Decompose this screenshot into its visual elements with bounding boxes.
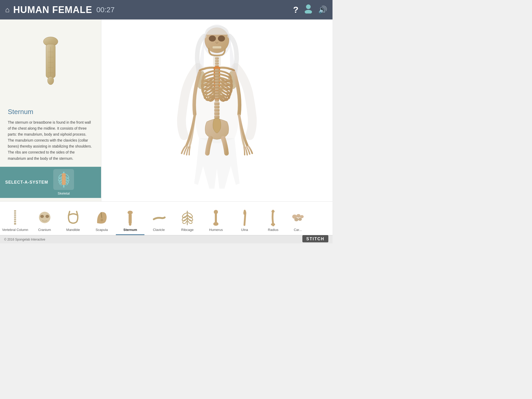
bone-info: Sternum The sternum or breastbone is fou… xyxy=(0,103,101,167)
select-system-bar: SELECT-A-SYSTEM xyxy=(0,167,101,198)
svg-rect-27 xyxy=(215,71,219,74)
svg-rect-43 xyxy=(14,210,16,212)
svg-rect-45 xyxy=(14,214,16,216)
svg-rect-59 xyxy=(215,213,217,223)
svg-rect-40 xyxy=(214,109,219,112)
bone-thumb-cranium xyxy=(37,209,52,226)
bone-item-carpals[interactable]: Car... xyxy=(287,202,308,235)
svg-rect-35 xyxy=(215,94,219,96)
svg-rect-19 xyxy=(215,57,219,59)
svg-rect-30 xyxy=(215,80,219,82)
svg-point-17 xyxy=(218,35,225,41)
bone-thumb-radius xyxy=(265,209,281,226)
select-system-label: SELECT-A-SYSTEM xyxy=(5,180,48,185)
bone-thumb-sternum xyxy=(122,209,138,226)
bone-thumb-carpals xyxy=(290,209,305,226)
bone-label-scapula: Scapula xyxy=(96,228,108,232)
svg-point-51 xyxy=(40,215,44,218)
svg-text:STITCH: STITCH xyxy=(306,237,324,241)
svg-rect-28 xyxy=(215,74,219,77)
svg-rect-32 xyxy=(215,85,219,88)
bone-item-ulna[interactable]: Ulna xyxy=(230,202,259,235)
svg-rect-42 xyxy=(214,115,219,118)
svg-rect-26 xyxy=(215,69,219,71)
bone-label-mandible: Mandible xyxy=(66,228,80,232)
user-icon[interactable] xyxy=(304,4,312,16)
svg-rect-49 xyxy=(14,223,16,225)
bone-label-radius: Radius xyxy=(268,228,278,232)
bone-label-carpals: Car... xyxy=(294,228,302,232)
svg-rect-46 xyxy=(14,216,16,218)
skeletal-system-item[interactable]: Skeletal xyxy=(53,169,74,195)
bone-item-scapula[interactable]: Scapula xyxy=(87,202,116,235)
bone-item-mandible[interactable]: Mandible xyxy=(59,202,87,235)
svg-point-0 xyxy=(306,4,311,9)
svg-rect-12 xyxy=(62,173,66,185)
ribcage-mini-svg xyxy=(57,171,71,188)
svg-point-4 xyxy=(48,76,54,85)
bone-item-radius[interactable]: Radius xyxy=(259,202,287,235)
svg-rect-36 xyxy=(215,97,219,99)
bone-item-cranium[interactable]: Cranium xyxy=(30,202,59,235)
bone-label-sternum: Sternum xyxy=(123,228,137,232)
svg-rect-41 xyxy=(214,112,219,115)
bone-thumb-humerus xyxy=(208,209,224,226)
bone-item-sternum[interactable]: Sternum xyxy=(116,202,144,235)
svg-rect-39 xyxy=(214,106,219,109)
bone-label-cranium: Cranium xyxy=(38,228,51,232)
help-icon[interactable]: ? xyxy=(293,5,298,15)
svg-rect-47 xyxy=(14,218,16,220)
stitch-logo: STITCH xyxy=(302,235,328,244)
svg-rect-31 xyxy=(215,83,219,85)
bone-thumb-vertebral xyxy=(7,209,23,226)
bone-item-vertebral-column[interactable]: Vertebral Column xyxy=(0,202,30,235)
bone-image-area xyxy=(0,19,101,103)
svg-point-60 xyxy=(213,222,218,226)
svg-point-64 xyxy=(296,214,301,218)
svg-rect-29 xyxy=(215,77,219,79)
svg-rect-37 xyxy=(215,99,219,102)
bone-description: The sternum or breastbone is found in th… xyxy=(8,119,93,162)
timer: 00:27 xyxy=(96,6,115,14)
svg-point-54 xyxy=(128,211,133,214)
brand-name: STITCH xyxy=(302,235,328,244)
bone-illustration xyxy=(35,27,66,95)
svg-rect-18 xyxy=(212,46,222,49)
copyright-text: © 2016 Spongelab Interactive xyxy=(4,238,45,241)
svg-point-65 xyxy=(300,215,304,218)
svg-point-66 xyxy=(294,218,298,221)
main-area: Sternum The sternum or breastbone is fou… xyxy=(0,19,332,201)
audio-icon[interactable]: 🔊 xyxy=(318,5,327,14)
bone-item-ribcage[interactable]: Ribcage xyxy=(173,202,202,235)
bone-item-humerus[interactable]: Humerus xyxy=(202,202,230,235)
svg-rect-38 xyxy=(214,102,219,105)
svg-point-62 xyxy=(271,223,275,226)
right-panel[interactable] xyxy=(101,19,332,201)
svg-point-53 xyxy=(101,219,103,221)
svg-point-56 xyxy=(129,223,131,226)
svg-rect-48 xyxy=(14,221,16,222)
page-title: HUMAN FEMALE xyxy=(13,4,92,15)
bone-thumb-mandible xyxy=(65,209,81,226)
bone-label-vertebral: Vertebral Column xyxy=(2,228,28,232)
bone-label-ulna: Ulna xyxy=(241,228,248,232)
svg-point-52 xyxy=(45,215,49,218)
header: ⌂ HUMAN FEMALE 00:27 ? 🔊 xyxy=(0,0,332,19)
svg-rect-33 xyxy=(215,88,219,91)
svg-point-16 xyxy=(209,35,216,41)
footer: © 2016 Spongelab Interactive STITCH xyxy=(0,235,332,243)
bone-title: Sternum xyxy=(8,108,93,116)
home-icon[interactable]: ⌂ xyxy=(5,6,10,14)
svg-rect-44 xyxy=(14,212,16,214)
svg-point-67 xyxy=(298,218,302,221)
bone-label-clavicle: Clavicle xyxy=(153,228,165,232)
svg-rect-20 xyxy=(215,60,219,62)
skeletal-label: Skeletal xyxy=(58,191,70,195)
header-icons: ? 🔊 xyxy=(293,4,327,16)
bone-thumb-clavicle xyxy=(151,209,167,226)
bottom-bone-bar: Vertebral Column Cranium Mandible xyxy=(0,201,332,235)
svg-rect-55 xyxy=(129,214,132,224)
svg-point-61 xyxy=(271,210,275,213)
bone-item-clavicle[interactable]: Clavicle xyxy=(144,202,173,235)
skeleton-svg xyxy=(136,22,297,199)
